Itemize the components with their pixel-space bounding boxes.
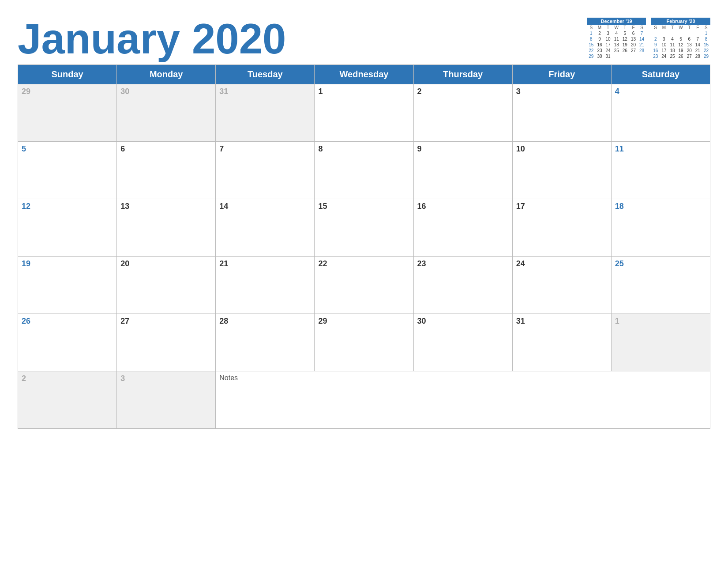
calendar-cell-last-3: 3 — [117, 371, 216, 429]
calendar-cell: 19 — [18, 257, 117, 314]
notes-cell: Notes — [216, 371, 710, 429]
calendar-cell: 17 — [512, 199, 611, 257]
dec-month-header: December '19 — [587, 18, 646, 25]
mini-cal-february: February '20 SMTWTFS 1234567891011121314… — [651, 18, 710, 59]
calendar-cell: 2 — [413, 84, 512, 142]
day-number: 29 — [22, 87, 30, 96]
top-section: January 2020 December '19 SMTWTFS 123456… — [18, 13, 710, 60]
day-number: 31 — [219, 87, 228, 96]
weekday-header-sunday: Sunday — [18, 65, 117, 84]
calendar-cell: 1 — [611, 314, 710, 371]
day-number: 14 — [219, 202, 228, 211]
day-number: 11 — [615, 144, 624, 153]
calendar-cell: 31 — [512, 314, 611, 371]
day-number: 28 — [219, 317, 228, 325]
calendar-cell: 3 — [512, 84, 611, 142]
calendar-cell: 28 — [216, 314, 315, 371]
mini-calendars: December '19 SMTWTFS 1234567891011121314… — [587, 18, 710, 59]
notes-label: Notes — [219, 374, 238, 382]
calendar-cell: 10 — [512, 142, 611, 199]
day-number: 22 — [318, 259, 327, 268]
weekday-header-saturday: Saturday — [611, 65, 710, 84]
feb-month-header: February '20 — [651, 18, 710, 25]
weekday-header-wednesday: Wednesday — [315, 65, 413, 84]
calendar-cell-last-2: 2 — [18, 371, 117, 429]
mini-cal-december: December '19 SMTWTFS 1234567891011121314… — [587, 18, 646, 59]
day-number: 7 — [219, 144, 224, 153]
day-number: 27 — [120, 317, 129, 325]
weekday-header-monday: Monday — [117, 65, 216, 84]
day-number: 15 — [318, 202, 327, 211]
day-number: 8 — [318, 144, 323, 153]
day-number: 4 — [615, 87, 619, 96]
calendar-cell: 29 — [18, 84, 117, 142]
day-number: 5 — [22, 144, 26, 153]
day-number: 17 — [516, 202, 525, 211]
calendar-cell: 7 — [216, 142, 315, 199]
main-title: January 2020 — [18, 13, 286, 60]
calendar-cell: 12 — [18, 199, 117, 257]
weekday-header-thursday: Thursday — [413, 65, 512, 84]
calendar-cell: 11 — [611, 142, 710, 199]
day-number: 12 — [22, 202, 30, 211]
calendar-cell: 6 — [117, 142, 216, 199]
day-number: 21 — [219, 259, 228, 268]
day-number: 30 — [120, 87, 129, 96]
calendar-cell: 13 — [117, 199, 216, 257]
calendar-cell: 16 — [413, 199, 512, 257]
day-number: 16 — [417, 202, 426, 211]
day-number: 10 — [516, 144, 525, 153]
weekday-header-friday: Friday — [512, 65, 611, 84]
calendar-cell: 20 — [117, 257, 216, 314]
main-calendar: SundayMondayTuesdayWednesdayThursdayFrid… — [18, 64, 710, 429]
day-number: 23 — [417, 259, 426, 268]
calendar-cell: 1 — [315, 84, 413, 142]
day-number: 31 — [516, 317, 525, 325]
day-number: 3 — [120, 374, 125, 383]
day-number: 19 — [22, 259, 30, 268]
calendar-cell: 8 — [315, 142, 413, 199]
day-number: 1 — [615, 317, 619, 325]
calendar-cell: 26 — [18, 314, 117, 371]
calendar-cell: 18 — [611, 199, 710, 257]
day-number: 6 — [120, 144, 125, 153]
weekday-header-tuesday: Tuesday — [216, 65, 315, 84]
day-number: 18 — [615, 202, 624, 211]
calendar-cell: 30 — [413, 314, 512, 371]
day-number: 20 — [120, 259, 129, 268]
calendar-cell: 9 — [413, 142, 512, 199]
day-number: 29 — [318, 317, 327, 325]
calendar-cell: 5 — [18, 142, 117, 199]
calendar-cell: 27 — [117, 314, 216, 371]
day-number: 9 — [417, 144, 422, 153]
day-number: 2 — [417, 87, 422, 96]
day-number: 2 — [22, 374, 26, 383]
day-number: 26 — [22, 317, 30, 325]
calendar-cell: 24 — [512, 257, 611, 314]
calendar-cell: 30 — [117, 84, 216, 142]
day-number: 3 — [516, 87, 521, 96]
day-number: 30 — [417, 317, 426, 325]
calendar-cell: 14 — [216, 199, 315, 257]
calendar-cell: 29 — [315, 314, 413, 371]
calendar-cell: 31 — [216, 84, 315, 142]
calendar-cell: 15 — [315, 199, 413, 257]
day-number: 1 — [318, 87, 323, 96]
calendar-cell: 21 — [216, 257, 315, 314]
calendar-cell: 23 — [413, 257, 512, 314]
day-number: 25 — [615, 259, 624, 268]
calendar-cell: 4 — [611, 84, 710, 142]
calendar-cell: 25 — [611, 257, 710, 314]
day-number: 24 — [516, 259, 525, 268]
day-number: 13 — [120, 202, 129, 211]
calendar-cell: 22 — [315, 257, 413, 314]
